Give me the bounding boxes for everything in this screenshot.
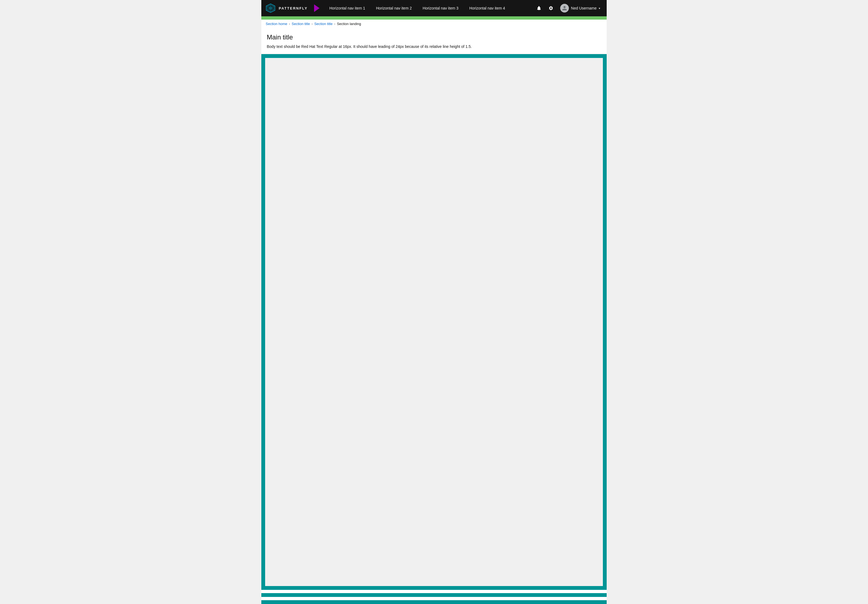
breadcrumb-item-home[interactable]: Section home	[266, 22, 287, 26]
breadcrumb-item-section1[interactable]: Section title	[292, 22, 310, 26]
notifications-button[interactable]	[534, 3, 544, 13]
footer-teal-bar-1	[261, 593, 607, 597]
page-body: Main title Body text should be Red Hat T…	[261, 28, 607, 590]
nav-item-3[interactable]: Horizontal nav item 3	[417, 0, 464, 16]
breadcrumb-separator-3: ›	[334, 22, 335, 26]
teal-top-bar	[261, 54, 607, 58]
body-text: Body text should be Red Hat Text Regular…	[267, 44, 601, 50]
breadcrumb-item-section2[interactable]: Section title	[315, 22, 333, 26]
app-wrapper: PATTERNFLY Horizontal nav item 1 Horizon…	[261, 0, 607, 604]
nav-toggle[interactable]	[314, 5, 319, 12]
brand-name: PATTERNFLY	[279, 6, 308, 10]
content-inner	[261, 58, 607, 586]
footer-gap	[261, 590, 607, 593]
settings-button[interactable]	[546, 3, 556, 13]
content-main	[265, 58, 603, 586]
masthead: PATTERNFLY Horizontal nav item 1 Horizon…	[261, 0, 607, 16]
main-title: Main title	[267, 33, 601, 41]
gear-icon	[549, 6, 553, 11]
chevron-down-icon: ▾	[599, 7, 600, 10]
nav-item-1[interactable]: Horizontal nav item 1	[324, 0, 370, 16]
brand: PATTERNFLY	[266, 3, 308, 13]
breadcrumb-separator-1: ›	[289, 22, 290, 26]
footer-teal-bar-2	[261, 600, 607, 604]
teal-left-bar	[261, 58, 265, 586]
horizontal-nav: Horizontal nav item 1 Horizontal nav ite…	[324, 0, 534, 16]
teal-right-bar	[603, 58, 607, 586]
content-section	[261, 54, 607, 590]
green-accent-bar	[261, 16, 607, 20]
teal-bottom-bar	[261, 586, 607, 590]
bell-icon	[536, 6, 541, 11]
user-icon	[562, 5, 567, 11]
title-section: Main title Body text should be Red Hat T…	[261, 28, 607, 54]
user-name: Ned Username	[571, 6, 597, 10]
nav-item-4[interactable]: Horizontal nav item 4	[464, 0, 511, 16]
nav-item-2[interactable]: Horizontal nav item 2	[370, 0, 417, 16]
avatar	[560, 4, 569, 12]
breadcrumb-separator-2: ›	[312, 22, 313, 26]
user-menu[interactable]: Ned Username ▾	[558, 0, 602, 16]
nav-toggle-icon[interactable]	[314, 5, 319, 12]
breadcrumb-current: Section landing	[337, 22, 361, 26]
footer-area	[261, 590, 607, 604]
patternfly-logo	[266, 3, 276, 13]
breadcrumb: Section home › Section title › Section t…	[261, 20, 607, 28]
masthead-tools: Ned Username ▾	[534, 0, 602, 16]
footer-gap-2	[261, 597, 607, 600]
